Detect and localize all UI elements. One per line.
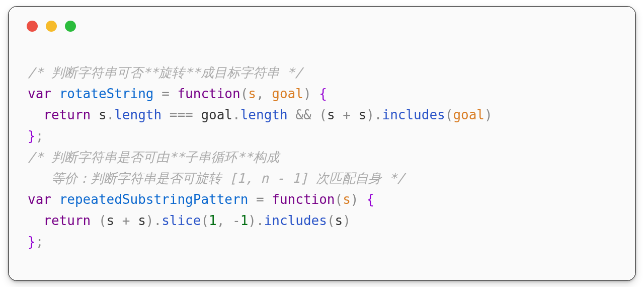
brace-open: { — [319, 86, 327, 101]
code-comment: 等价：判断字符串是否可旋转 [1, n - 1] 次匹配自身 */ — [28, 171, 405, 186]
semicolon: ; — [36, 128, 44, 144]
window-traffic-lights — [27, 21, 76, 32]
argument-goal: goal — [453, 107, 485, 122]
function-name: rotateString — [59, 86, 154, 101]
param-s: s — [343, 192, 351, 207]
identifier-s: s — [99, 107, 107, 122]
paren-close: ) — [303, 86, 311, 101]
operator-assign: = — [162, 86, 170, 101]
code-window: /* 判断字符串可否**旋转**成目标字符串 */ var rotateStri… — [8, 6, 636, 281]
identifier-goal: goal — [201, 107, 232, 122]
brace-open: { — [366, 192, 374, 207]
brace-close: } — [28, 234, 36, 249]
operator-plus: + — [343, 107, 351, 122]
close-icon[interactable] — [27, 21, 38, 32]
keyword-return: return — [43, 107, 91, 122]
keyword-function: function — [272, 192, 335, 207]
code-block: /* 判断字符串可否**旋转**成目标字符串 */ var rotateStri… — [28, 62, 616, 252]
minimize-icon[interactable] — [46, 21, 57, 32]
property-includes: includes — [382, 107, 445, 122]
property-includes: includes — [264, 213, 327, 228]
keyword-var: var — [28, 192, 51, 207]
function-name: repeatedSubstringPattern — [59, 192, 249, 207]
paren-open: ( — [240, 86, 249, 101]
brace-close: } — [28, 128, 36, 144]
operator-and: && — [295, 107, 311, 122]
keyword-function: function — [177, 86, 240, 101]
param-s: s — [248, 86, 256, 101]
keyword-var: var — [28, 86, 51, 101]
argument-s: s — [335, 213, 343, 228]
code-comment: /* 判断字符串可否**旋转**成目标字符串 */ — [28, 65, 303, 80]
property-length: length — [240, 107, 288, 122]
code-comment: /* 判断字符串是否可由**子串循环**构成 — [28, 150, 279, 165]
semicolon: ; — [36, 234, 44, 249]
number-literal: 1 — [240, 213, 249, 228]
number-literal: 1 — [209, 213, 217, 228]
maximize-icon[interactable] — [65, 21, 76, 32]
keyword-return: return — [43, 213, 91, 228]
operator-strict-eq: === — [170, 107, 193, 122]
property-length: length — [114, 107, 162, 122]
param-goal: goal — [272, 86, 303, 101]
property-slice: slice — [162, 213, 201, 228]
